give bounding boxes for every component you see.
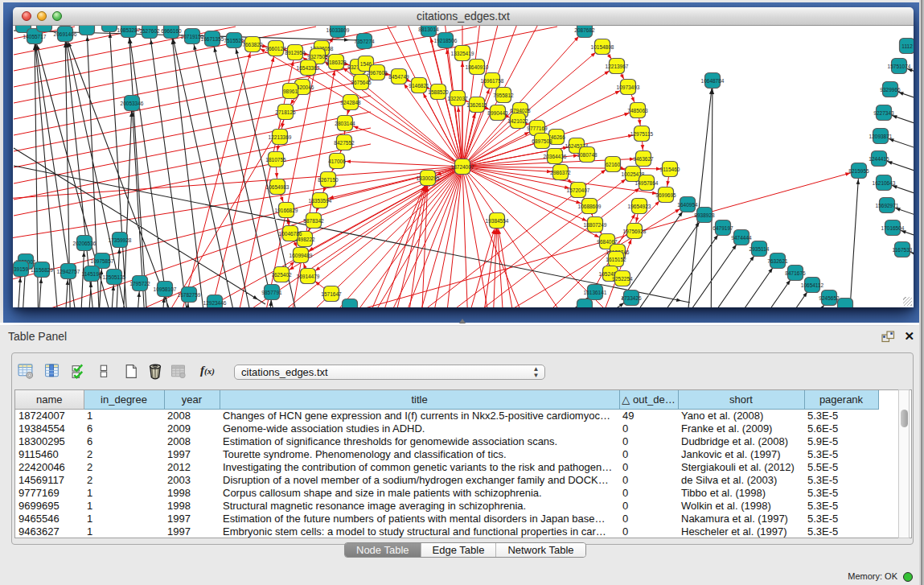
- svg-text:7357274: 7357274: [354, 39, 375, 44]
- svg-text:7515526: 7515526: [224, 38, 244, 43]
- svg-text:16099489: 16099489: [290, 253, 313, 258]
- svg-text:7485063: 7485063: [627, 108, 648, 113]
- svg-text:1421022: 1421022: [507, 118, 528, 124]
- svg-text:5878342: 5878342: [303, 218, 324, 224]
- svg-text:9684067: 9684067: [597, 239, 618, 245]
- svg-text:10975857: 10975857: [91, 258, 114, 264]
- svg-text:6966160: 6966160: [161, 28, 182, 34]
- svg-text:1733426: 1733426: [621, 295, 642, 301]
- svg-text:19166829: 19166829: [275, 208, 298, 213]
- svg-text:16033809: 16033809: [326, 27, 350, 33]
- svg-text:17016504: 17016504: [881, 225, 905, 231]
- svg-text:6794028: 6794028: [510, 108, 531, 113]
- svg-text:12093871: 12093871: [869, 134, 893, 139]
- svg-text:8186328: 8186328: [326, 60, 347, 65]
- svg-text:8813014: 8813014: [418, 27, 439, 32]
- svg-text:8938928: 8938928: [694, 212, 715, 218]
- svg-text:16671355: 16671355: [201, 36, 224, 42]
- svg-text:20206536: 20206536: [73, 241, 97, 246]
- svg-text:10154808: 10154808: [591, 44, 614, 50]
- svg-text:2718126: 2718126: [275, 109, 296, 115]
- svg-text:13325419: 13325419: [451, 51, 474, 56]
- svg-text:1795722: 1795722: [129, 281, 150, 286]
- svg-text:1145194: 1145194: [82, 271, 102, 277]
- svg-text:15692971: 15692971: [876, 203, 899, 208]
- svg-text:9242848: 9242848: [340, 100, 361, 105]
- svg-text:10648784: 10648784: [701, 78, 725, 84]
- svg-text:16961758: 16961758: [481, 78, 504, 84]
- svg-text:15720407: 15720407: [567, 187, 590, 193]
- svg-text:7955812: 7955812: [493, 93, 514, 98]
- svg-text:19654923: 19654923: [628, 204, 651, 209]
- svg-text:3675645: 3675645: [351, 80, 372, 85]
- svg-text:1112: 1112: [901, 43, 913, 49]
- svg-text:7632621: 7632621: [767, 258, 788, 264]
- svg-text:6479197: 6479197: [713, 225, 733, 231]
- svg-text:98961: 98961: [283, 89, 298, 94]
- svg-text:10973493: 10973493: [617, 84, 640, 90]
- svg-text:12213967: 12213967: [606, 64, 629, 69]
- svg-text:9327505: 9327505: [307, 54, 328, 60]
- svg-text:9857791: 9857791: [261, 290, 282, 295]
- svg-text:10853287: 10853287: [117, 27, 141, 33]
- svg-text:18300295: 18300295: [417, 175, 440, 181]
- svg-text:2986372: 2986372: [550, 170, 571, 175]
- svg-text:1080748: 1080748: [577, 152, 598, 158]
- svg-text:8471676: 8471676: [785, 270, 806, 276]
- svg-text:10958107: 10958107: [154, 286, 177, 292]
- svg-text:9777169: 9777169: [527, 126, 548, 131]
- svg-text:20364436: 20364436: [544, 154, 567, 159]
- svg-text:13353594: 13353594: [309, 198, 332, 204]
- svg-text:7625402: 7625402: [271, 272, 292, 278]
- svg-text:1546: 1546: [360, 61, 372, 67]
- svg-text:14957864: 14957864: [635, 180, 659, 186]
- svg-text:10046786: 10046786: [279, 231, 302, 237]
- svg-text:16210643: 16210643: [873, 180, 896, 186]
- svg-text:1615152: 1615152: [606, 257, 626, 262]
- svg-text:10654983: 10654983: [266, 184, 290, 190]
- svg-text:6897508: 6897508: [532, 138, 552, 144]
- svg-text:8267150: 8267150: [318, 177, 339, 183]
- svg-text:8215955: 8215955: [848, 168, 869, 174]
- svg-text:2087682: 2087682: [574, 27, 595, 33]
- svg-text:39159: 39159: [14, 266, 28, 272]
- svg-text:19384554: 19384554: [486, 218, 509, 224]
- svg-text:1810755: 1810755: [265, 157, 286, 163]
- svg-text:11156829: 11156829: [31, 267, 53, 273]
- svg-text:1588520: 1588520: [428, 89, 449, 95]
- svg-text:62160: 62160: [606, 162, 620, 167]
- svg-text:15751074: 15751074: [888, 64, 911, 69]
- svg-text:9115460: 9115460: [660, 167, 680, 172]
- svg-text:8427552: 8427552: [334, 140, 355, 146]
- svg-text:18724007: 18724007: [451, 164, 474, 170]
- svg-text:1362615: 1362615: [466, 102, 487, 108]
- svg-text:9660124: 9660124: [265, 46, 286, 51]
- svg-text:2935114: 2935114: [749, 246, 770, 252]
- svg-text:19218506: 19218506: [434, 38, 458, 43]
- svg-text:20691406: 20691406: [54, 31, 77, 37]
- svg-text:18807249: 18807249: [584, 222, 607, 228]
- svg-text:19756928: 19756928: [623, 229, 647, 234]
- svg-text:1322037: 1322037: [447, 96, 468, 101]
- svg-text:12942757: 12942757: [57, 269, 80, 274]
- svg-text:1571647: 1571647: [321, 291, 342, 297]
- svg-text:16136141: 16136141: [584, 290, 607, 295]
- svg-text:16914479: 16914479: [297, 274, 320, 279]
- svg-text:1527602: 1527602: [139, 28, 160, 34]
- svg-text:1640954: 1640954: [677, 202, 698, 208]
- svg-text:16543362: 16543362: [297, 65, 320, 71]
- svg-text:12923446: 12923446: [203, 300, 227, 306]
- svg-text:14055717: 14055717: [23, 34, 47, 39]
- svg-text:18640910: 18640910: [466, 64, 489, 70]
- svg-text:10654112: 10654112: [801, 282, 824, 288]
- svg-text:12213369: 12213369: [269, 134, 292, 140]
- svg-text:8990443: 8990443: [487, 110, 508, 116]
- svg-text:9474444: 9474444: [731, 235, 752, 241]
- svg-text:9227343: 9227343: [873, 110, 894, 116]
- svg-text:10688609: 10688609: [578, 204, 602, 209]
- svg-text:7663822: 7663822: [242, 42, 263, 47]
- svg-text:1167533: 1167533: [893, 247, 913, 253]
- svg-text:2803144: 2803144: [335, 121, 355, 126]
- svg-text:9699695: 9699695: [655, 192, 676, 198]
- svg-text:17359928: 17359928: [109, 237, 132, 243]
